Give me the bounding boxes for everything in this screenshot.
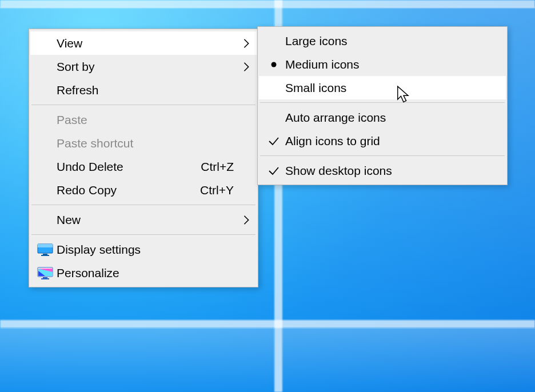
menu-item-redo-copy[interactable]: Redo Copy Ctrl+Y [30,178,257,202]
menu-shortcut: Ctrl+Y [200,183,237,197]
svg-rect-2 [43,254,47,255]
menu-label: Refresh [57,83,237,97]
menu-label: Redo Copy [57,183,200,197]
radio-on-icon [262,61,285,68]
menu-label: Show desktop icons [285,163,499,178]
chevron-right-icon [237,215,250,225]
menu-label: Paste [57,113,237,127]
menu-label: Undo Delete [57,159,201,174]
menu-separator [31,205,255,205]
menu-item-small-icons[interactable]: Small icons [259,76,506,99]
menu-item-view[interactable]: View [30,31,257,55]
menu-item-display-settings[interactable]: Display settings [30,238,257,261]
menu-item-paste-shortcut: Paste shortcut [30,131,257,155]
personalize-icon [34,266,57,280]
menu-label: Display settings [57,242,237,257]
menu-shortcut: Ctrl+Z [201,160,237,174]
menu-separator [31,105,255,105]
menu-item-refresh[interactable]: Refresh [30,78,257,102]
menu-item-medium-icons[interactable]: Medium icons [259,53,506,76]
check-on-icon [262,136,285,146]
menu-separator [31,234,255,235]
svg-rect-3 [41,255,49,256]
view-submenu: Large icons Medium icons Small icons Aut… [257,26,508,185]
menu-label: Medium icons [285,57,499,71]
display-settings-icon [34,243,57,257]
menu-label: View [57,36,237,50]
chevron-right-icon [237,38,250,49]
menu-label: New [57,213,237,227]
menu-item-personalize[interactable]: Personalize [30,261,257,285]
menu-item-large-icons[interactable]: Large icons [259,29,506,53]
menu-item-undo-delete[interactable]: Undo Delete Ctrl+Z [30,155,257,178]
menu-label: Sort by [57,59,237,74]
menu-label: Personalize [57,266,237,280]
menu-item-sort-by[interactable]: Sort by [30,55,257,78]
menu-item-paste: Paste [30,108,257,131]
check-on-icon [262,166,285,176]
desktop-context-menu: View Sort by Refresh Paste Paste shortcu… [29,29,258,287]
menu-item-show-desktop-icons[interactable]: Show desktop icons [259,159,506,182]
svg-rect-9 [41,278,49,279]
menu-label: Paste shortcut [57,136,237,150]
svg-rect-1 [38,244,53,247]
menu-label: Auto arrange icons [285,110,499,125]
svg-rect-8 [43,277,47,278]
menu-label: Small icons [285,81,499,95]
menu-label: Align icons to grid [285,134,499,148]
menu-label: Large icons [285,34,499,48]
menu-item-new[interactable]: New [30,208,257,231]
chevron-right-icon [237,62,250,72]
svg-point-10 [272,62,277,67]
menu-separator [260,155,505,156]
menu-separator [260,102,505,103]
menu-item-auto-arrange-icons[interactable]: Auto arrange icons [259,106,506,129]
menu-item-align-icons-to-grid[interactable]: Align icons to grid [259,129,506,153]
